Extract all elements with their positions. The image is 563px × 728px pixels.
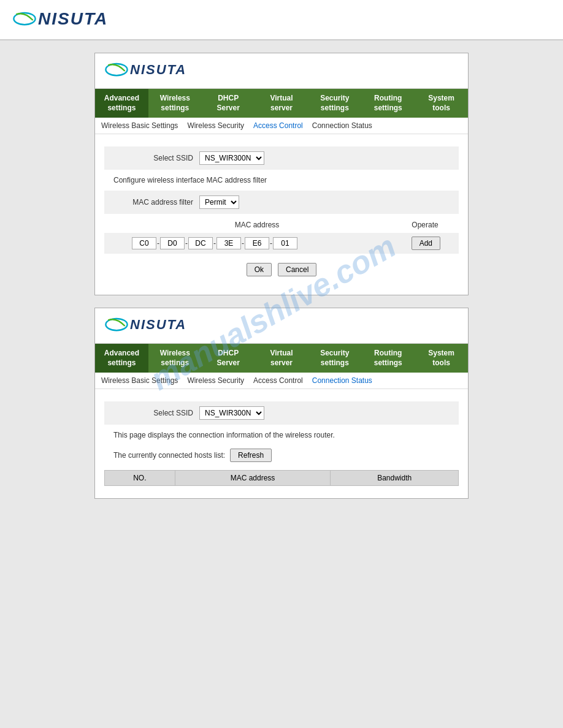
connection-table: NO. MAC address Bandwidth xyxy=(104,470,459,486)
mac-inputs-group: - - - - - xyxy=(132,237,297,249)
configure-description: Configure wireless interface MAC address… xyxy=(104,173,459,188)
mac-field-3[interactable] xyxy=(188,237,213,249)
ssid-row: Select SSID NS_WIR300N xyxy=(104,146,459,170)
panel2-logo: NISUTA xyxy=(104,316,186,334)
connection-info-text: This page displays the connection inform… xyxy=(104,428,459,442)
ssid-select[interactable]: NS_WIR300N xyxy=(199,151,264,165)
top-logo-text: NISUTA xyxy=(38,9,108,29)
mac-field-5[interactable] xyxy=(245,237,269,249)
panel2-swoosh-icon xyxy=(104,316,129,334)
panel2-content: Select SSID NS_WIR300N This page display… xyxy=(95,389,468,498)
mac-filter-label: MAC address filter xyxy=(113,198,193,207)
panel1-nav: Advancedsettings Wirelesssettings DHCPSe… xyxy=(95,89,468,118)
mac-filter-select[interactable]: Permit xyxy=(199,195,239,209)
table-header-bandwidth: Bandwidth xyxy=(331,471,459,486)
mac-field-6[interactable] xyxy=(273,237,297,249)
table-header-no: NO. xyxy=(105,471,175,486)
mac-field-1[interactable] xyxy=(132,237,156,249)
nav-security-settings[interactable]: Securitysettings xyxy=(308,89,361,118)
panel2-header: NISUTA xyxy=(95,308,468,344)
mac-address-header: MAC address xyxy=(113,221,400,229)
mac-headers: MAC address Operate xyxy=(104,217,459,233)
nav-virtual-server[interactable]: Virtualserver xyxy=(255,89,308,118)
panel2-subnav-security[interactable]: Wireless Security xyxy=(187,376,244,385)
mac-field-4[interactable] xyxy=(216,237,241,249)
mac-field-2[interactable] xyxy=(160,237,185,249)
nav-system-tools[interactable]: Systemtools xyxy=(415,89,468,118)
subnav-connection[interactable]: Connection Status xyxy=(312,121,372,130)
panel2-subnav: Wireless Basic Settings Wireless Securit… xyxy=(95,373,468,389)
operate-header: Operate xyxy=(400,221,450,229)
panel1-swoosh-icon xyxy=(104,61,129,79)
nav-advanced-settings[interactable]: Advancedsettings xyxy=(95,89,148,118)
table-header-mac: MAC address xyxy=(175,471,331,486)
refresh-row: The currently connected hosts list: Refr… xyxy=(104,446,459,465)
nisuta-swoosh-icon xyxy=(12,10,37,28)
subnav-basic[interactable]: Wireless Basic Settings xyxy=(101,121,178,130)
nav-wireless-settings[interactable]: Wirelesssettings xyxy=(148,89,202,118)
mac-sep-3: - xyxy=(213,239,216,248)
panel-connection-status: NISUTA Advancedsettings Wirelesssettings… xyxy=(94,308,469,499)
panel2-nav-virtual[interactable]: Virtualserver xyxy=(255,344,308,373)
hosts-label: The currently connected hosts list: xyxy=(113,451,225,460)
panel1-logo: NISUTA xyxy=(104,61,186,79)
form-buttons: Ok Cancel xyxy=(104,263,459,282)
panel2-ssid-row: Select SSID NS_WIR300N xyxy=(104,401,459,425)
nav-routing-settings[interactable]: Routingsettings xyxy=(361,89,415,118)
panel2-nav-advanced[interactable]: Advancedsettings xyxy=(95,344,148,373)
panel2-nav-routing[interactable]: Routingsettings xyxy=(361,344,415,373)
nav-dhcp-server[interactable]: DHCPServer xyxy=(202,89,255,118)
mac-sep-5: - xyxy=(270,239,272,248)
top-header: NISUTA xyxy=(0,0,563,40)
top-logo: NISUTA xyxy=(12,9,108,29)
ok-button[interactable]: Ok xyxy=(247,263,272,276)
panel2-nav-wireless[interactable]: Wirelesssettings xyxy=(148,344,202,373)
mac-sep-4: - xyxy=(242,239,244,248)
mac-filter-row: MAC address filter Permit xyxy=(104,191,459,214)
panel2-logo-text: NISUTA xyxy=(130,317,186,333)
panel2-subnav-access[interactable]: Access Control xyxy=(253,376,303,385)
subnav-access[interactable]: Access Control xyxy=(253,121,303,130)
panel1-header: NISUTA xyxy=(95,53,468,89)
panel2-ssid-label: Select SSID xyxy=(113,409,193,417)
panel2-nav-dhcp[interactable]: DHCPServer xyxy=(202,344,255,373)
panel1-logo-text: NISUTA xyxy=(130,62,186,78)
subnav-security[interactable]: Wireless Security xyxy=(187,121,244,130)
panel2-nav-system[interactable]: Systemtools xyxy=(415,344,468,373)
add-button[interactable]: Add xyxy=(412,237,440,250)
panel2-nav-security[interactable]: Securitysettings xyxy=(308,344,361,373)
panel2-ssid-select[interactable]: NS_WIR300N xyxy=(199,406,264,420)
ssid-label: Select SSID xyxy=(113,154,193,162)
cancel-button[interactable]: Cancel xyxy=(278,263,316,276)
panel1-content: Select SSID NS_WIR300N Configure wireles… xyxy=(95,134,468,295)
panel1-subnav: Wireless Basic Settings Wireless Securit… xyxy=(95,118,468,134)
mac-sep-2: - xyxy=(185,239,188,248)
refresh-button[interactable]: Refresh xyxy=(230,449,272,462)
panel-access-control: NISUTA Advancedsettings Wirelesssettings… xyxy=(94,53,469,295)
panel2-subnav-basic[interactable]: Wireless Basic Settings xyxy=(101,376,178,385)
panel2-subnav-connection[interactable]: Connection Status xyxy=(312,376,372,385)
mac-input-row: - - - - - Add xyxy=(104,233,459,254)
mac-sep-1: - xyxy=(157,239,159,248)
panel2-nav: Advancedsettings Wirelesssettings DHCPSe… xyxy=(95,344,468,373)
